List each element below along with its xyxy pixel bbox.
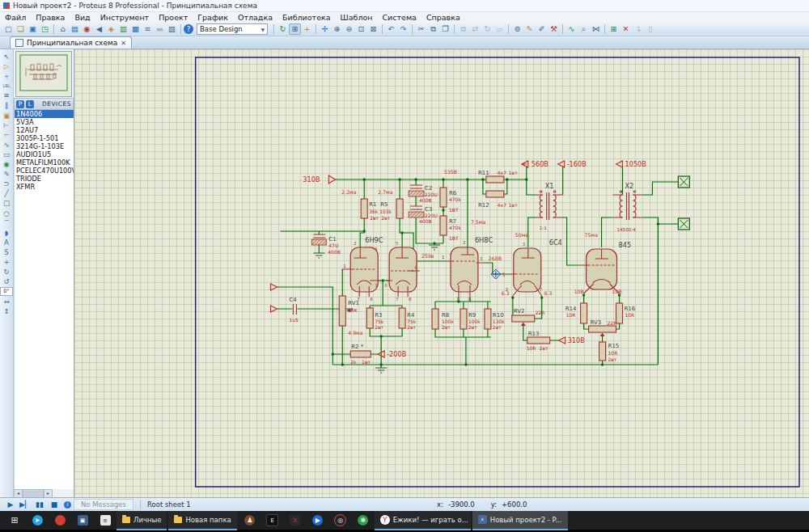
copy-icon[interactable]: ⧉ (427, 23, 439, 35)
capacitor-c4[interactable]: C4 1u5 (289, 297, 299, 323)
2d-text-icon[interactable]: A (1, 238, 12, 247)
rotate-ccw-icon[interactable]: ↺ (1, 277, 12, 286)
device-pin-icon[interactable]: ⌐ (1, 130, 12, 140)
2d-line-icon[interactable]: ╱ (1, 188, 12, 198)
device-list-item[interactable]: 3214G-1-103E (15, 142, 74, 150)
resistor-r12[interactable]: R12 4к7 1вт (478, 191, 518, 209)
potentiometer-rv1[interactable]: RV1 10K (339, 296, 359, 326)
scroll-left-icon[interactable]: ◂ (14, 489, 23, 498)
taskbar-game-2-icon[interactable]: X (284, 511, 307, 530)
taskbar-app-1-icon[interactable]: ➤ (26, 511, 49, 530)
resistor-r2[interactable]: R2 * 2k 1вт (350, 344, 371, 365)
bus-mode-icon[interactable]: ∥ (1, 100, 12, 110)
goto-sheet-icon[interactable]: ↴ (632, 23, 644, 35)
resistor-r5[interactable]: R5 103k 2вт (379, 199, 403, 221)
scroll-right-icon[interactable]: ▸ (44, 489, 53, 498)
resistor-r8[interactable]: R8 100k 2вт (432, 309, 454, 330)
rotation-angle-field[interactable]: 0° (0, 287, 13, 296)
taskbar-folder-2[interactable]: Новая папка (168, 510, 236, 530)
undo-icon[interactable]: ↶ (385, 23, 397, 35)
tube-v4-845[interactable]: 845 (580, 241, 632, 293)
import-project-icon[interactable]: ◳ (39, 23, 51, 35)
wire-label-icon[interactable]: LBL (1, 81, 12, 91)
capacitor-c2[interactable]: C2 220U 400В (409, 185, 438, 203)
help-icon[interactable]: ? (184, 24, 193, 34)
remove-sheet-icon[interactable]: ✕ (620, 23, 632, 35)
block-move-icon[interactable]: ⇄ (469, 23, 481, 35)
tab-schematic[interactable]: Принципиальная схема ✕ (10, 36, 132, 49)
taskbar-epic-icon[interactable]: E (261, 511, 284, 530)
stop-button[interactable]: ■ (47, 500, 61, 509)
menu-view[interactable]: Вид (70, 13, 95, 22)
grid-toggle-icon[interactable]: ⊞ (289, 23, 301, 35)
generator-mode-icon[interactable]: ◉ (1, 159, 12, 169)
pick-parts-button[interactable]: P (16, 100, 24, 108)
flip-vertical-icon[interactable]: ↕ (1, 306, 12, 316)
device-list-item[interactable]: AUDIO1U5 (15, 150, 74, 158)
zoom-in-icon[interactable]: ⊕ (331, 23, 343, 35)
resistor-r3[interactable]: R3 75k 2вт (366, 308, 384, 330)
library-manager-button[interactable]: L (26, 100, 34, 108)
pan-icon[interactable]: ✢ (319, 23, 331, 35)
device-list-item[interactable]: PCELEC470U100V900 (15, 167, 74, 175)
open-project-icon[interactable]: ❏ (15, 23, 27, 35)
refresh-icon[interactable]: ↻ (277, 23, 289, 35)
component-mode-icon[interactable]: ▷ (1, 61, 12, 71)
2d-circle-icon[interactable]: ○ (1, 209, 12, 218)
resistor-r13[interactable]: R13 10R 2вт (527, 331, 550, 351)
taskbar-app-4-icon[interactable]: ≡ (94, 511, 116, 530)
false-origin-icon[interactable]: + (301, 23, 313, 35)
taskbar-game-3-icon[interactable]: ▶ (307, 511, 329, 530)
make-device-icon[interactable]: ✎ (523, 23, 536, 35)
taskbar-yandex-game[interactable]: Y Ежики! — играть о... (375, 510, 471, 530)
schematic-capture-icon[interactable]: ▤ (69, 23, 81, 35)
pick-device-icon[interactable]: ⊚ (511, 23, 523, 35)
device-list-scrollbar[interactable]: ◂ ▸ (14, 489, 74, 497)
taskbar-proteus-active[interactable]: ⚡ Новый проект2 - P... (472, 510, 568, 530)
decompose-icon[interactable]: ⚒ (548, 23, 560, 35)
zoom-fit-icon[interactable]: ⊡ (355, 23, 367, 35)
pcb-layout-icon[interactable]: ◉ (81, 23, 93, 35)
selection-mode-icon[interactable]: ↖ (1, 52, 12, 61)
start-button[interactable]: ⊞ (3, 511, 26, 530)
potentiometer-rv3[interactable]: RV3 22R (589, 319, 617, 336)
new-file-icon[interactable]: ▢ (2, 23, 15, 35)
menu-system[interactable]: Система (377, 13, 421, 22)
2d-arc-icon[interactable]: ⌒ (1, 218, 12, 228)
paste-icon[interactable]: ❐ (439, 23, 451, 35)
save-project-icon[interactable]: ▣ (27, 23, 39, 35)
capacitor-c1[interactable]: C1 47U 400В (311, 234, 340, 255)
step-button[interactable]: ▶▏ (18, 500, 32, 509)
current-probe-icon[interactable]: ⊃ (1, 179, 12, 188)
menu-file[interactable]: Файл (0, 13, 31, 22)
device-list-item[interactable]: XFMR (15, 183, 74, 191)
resistor-r10[interactable]: R10 130k 2вт (485, 309, 505, 330)
sheet-doc-icon[interactable]: ▯ (644, 23, 656, 35)
taskbar-game-1-icon[interactable]: ♟ (239, 511, 261, 530)
flip-horizontal-icon[interactable]: ↔ (1, 297, 12, 306)
property-assignment-icon[interactable]: ⋈ (590, 23, 602, 35)
resistor-r15[interactable]: R15 10R 2вт (599, 342, 620, 362)
resistor-r1[interactable]: R1 36k 2вт (361, 199, 379, 221)
potentiometer-rv2[interactable]: RV2 22R (512, 308, 545, 326)
taskbar-game-5-icon[interactable]: ❋ (352, 511, 375, 530)
menu-help[interactable]: Справка (421, 13, 465, 22)
menu-debug[interactable]: Отладка (233, 13, 277, 22)
menu-tool[interactable]: Инструмент (95, 13, 154, 22)
device-list-item[interactable]: TRIODE (15, 175, 74, 183)
sheet-view-icon[interactable]: ▧ (166, 23, 178, 35)
block-rotate-icon[interactable]: ↻ (481, 23, 493, 35)
2d-box-icon[interactable]: □ (1, 198, 12, 208)
overview-preview[interactable] (15, 51, 72, 97)
resistor-r9[interactable]: R9 100k 2вт (460, 309, 481, 330)
2d-path-icon[interactable]: ◗ (1, 228, 12, 238)
pause-button[interactable]: ▮▮ (32, 500, 47, 509)
resistor-r11[interactable]: R11 4к7 1вт (478, 170, 518, 183)
resistor-r16[interactable]: R16 10R (616, 303, 636, 323)
play-button[interactable]: ▶ (3, 500, 18, 509)
taskbar-game-4-icon[interactable]: ◎ (329, 511, 352, 530)
design-select[interactable]: Base Design ▼ (197, 23, 268, 35)
junction-dot-icon[interactable]: ＋ (1, 71, 12, 81)
report-icon[interactable]: ≡ (142, 23, 154, 35)
tube-v1-6n9s[interactable]: 6Н9С 2 1 3 7 8 5 6 4 7 8 (341, 236, 420, 302)
